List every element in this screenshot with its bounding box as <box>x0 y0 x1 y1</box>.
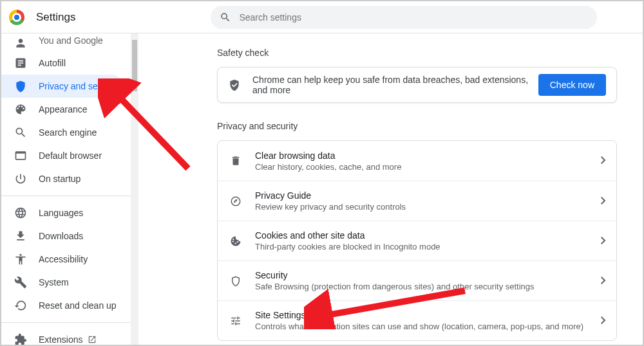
autofill-icon <box>14 57 27 69</box>
row-title: Security <box>255 270 601 280</box>
row-security[interactable]: Security Safe Browsing (protection from … <box>218 260 616 300</box>
sidebar-item-downloads[interactable]: Downloads <box>1 224 123 248</box>
search-bar[interactable] <box>211 6 597 29</box>
chevron-right-icon <box>601 235 606 247</box>
browser-icon <box>14 149 27 162</box>
globe-icon <box>14 206 27 219</box>
safety-check-label: Safety check <box>217 48 617 58</box>
sidebar-item-you-and-google[interactable]: You and Google <box>1 35 123 51</box>
shield-icon <box>14 80 27 93</box>
sidebar-item-appearance[interactable]: Appearance <box>1 98 123 121</box>
sidebar-label: You and Google <box>39 35 103 46</box>
sidebar-item-search-engine[interactable]: Search engine <box>1 121 123 144</box>
sidebar-item-autofill[interactable]: Autofill <box>1 51 123 75</box>
palette-icon <box>14 103 27 116</box>
sidebar-item-system[interactable]: System <box>1 271 123 294</box>
restore-icon <box>14 299 27 312</box>
chevron-right-icon <box>601 155 606 167</box>
safety-check-card: Chrome can help keep you safe from data … <box>217 67 617 103</box>
shield-outline-icon <box>229 275 242 287</box>
sidebar-label: Search engine <box>39 127 97 138</box>
sidebar-item-accessibility[interactable]: Accessibility <box>1 248 123 271</box>
sidebar-item-on-startup[interactable]: On startup <box>1 167 123 190</box>
sidebar-label: On startup <box>39 174 80 184</box>
sidebar-label: Extensions <box>39 334 82 345</box>
sidebar-label: Accessibility <box>39 254 88 264</box>
accessibility-icon <box>14 253 27 266</box>
content-area: Safety check Chrome can help keep you sa… <box>133 33 643 345</box>
row-privacy-guide[interactable]: Privacy Guide Review key privacy and sec… <box>218 181 616 221</box>
check-now-button[interactable]: Check now <box>538 74 606 96</box>
shield-check-icon <box>228 78 241 91</box>
chevron-right-icon <box>601 275 606 287</box>
sidebar-divider <box>1 322 133 323</box>
row-subtitle: Clear history, cookies, cache, and more <box>255 162 601 172</box>
row-title: Site Settings <box>255 310 601 320</box>
row-title: Cookies and other site data <box>255 230 601 241</box>
download-icon <box>14 230 27 242</box>
sidebar-item-extensions[interactable]: Extensions <box>1 328 123 346</box>
row-title: Privacy Guide <box>255 190 601 201</box>
sidebar-label: Reset and clean up <box>39 300 117 311</box>
row-cookies[interactable]: Cookies and other site data Third-party … <box>218 221 616 260</box>
row-subtitle: Controls what information sites can use … <box>255 322 601 331</box>
sidebar-item-default-browser[interactable]: Default browser <box>1 144 123 167</box>
row-subtitle: Review key privacy and security controls <box>255 202 601 212</box>
search-icon <box>14 126 27 139</box>
chrome-logo-icon <box>9 10 24 25</box>
sidebar-label: Downloads <box>39 231 83 241</box>
sidebar-label: Appearance <box>39 104 88 114</box>
trash-icon <box>229 155 242 167</box>
sidebar-label: Autofill <box>39 58 66 68</box>
row-subtitle: Third-party cookies are blocked in Incog… <box>255 242 601 251</box>
wrench-icon <box>14 276 27 289</box>
chevron-right-icon <box>601 196 606 207</box>
sidebar-item-languages[interactable]: Languages <box>1 201 123 224</box>
header-title: Settings <box>36 11 75 24</box>
sidebar-item-reset-and-clean-up[interactable]: Reset and clean up <box>1 294 123 317</box>
sidebar-divider <box>1 196 133 196</box>
person-icon <box>14 37 27 50</box>
open-in-new-icon <box>88 335 97 344</box>
power-icon <box>14 172 27 185</box>
sidebar-label: System <box>39 277 69 287</box>
compass-icon <box>229 196 242 207</box>
sidebar: You and Google Autofill Privacy and secu… <box>1 33 133 345</box>
sidebar-label: Privacy and security <box>39 81 119 91</box>
tune-icon <box>229 315 242 327</box>
sidebar-scrollbar[interactable] <box>131 33 138 345</box>
sidebar-label: Default browser <box>39 150 102 161</box>
scrollbar-thumb[interactable] <box>132 40 137 91</box>
cookie-icon <box>229 235 242 247</box>
safety-check-text: Chrome can help keep you safe from data … <box>252 75 538 95</box>
chevron-right-icon <box>601 315 606 327</box>
app-header: Settings <box>1 1 643 33</box>
row-subtitle: Safe Browsing (protection from dangerous… <box>255 282 601 291</box>
row-site-settings[interactable]: Site Settings Controls what information … <box>218 300 616 340</box>
privacy-security-label: Privacy and security <box>217 121 617 131</box>
row-title: Clear browsing data <box>255 150 601 161</box>
sidebar-item-privacy-and-security[interactable]: Privacy and security <box>1 75 123 98</box>
extension-icon <box>14 333 27 346</box>
row-clear-browsing-data[interactable]: Clear browsing data Clear history, cooki… <box>218 141 616 181</box>
sidebar-label: Languages <box>39 208 83 218</box>
search-input[interactable] <box>239 12 588 23</box>
privacy-security-card: Clear browsing data Clear history, cooki… <box>217 140 617 341</box>
search-icon <box>220 12 231 23</box>
